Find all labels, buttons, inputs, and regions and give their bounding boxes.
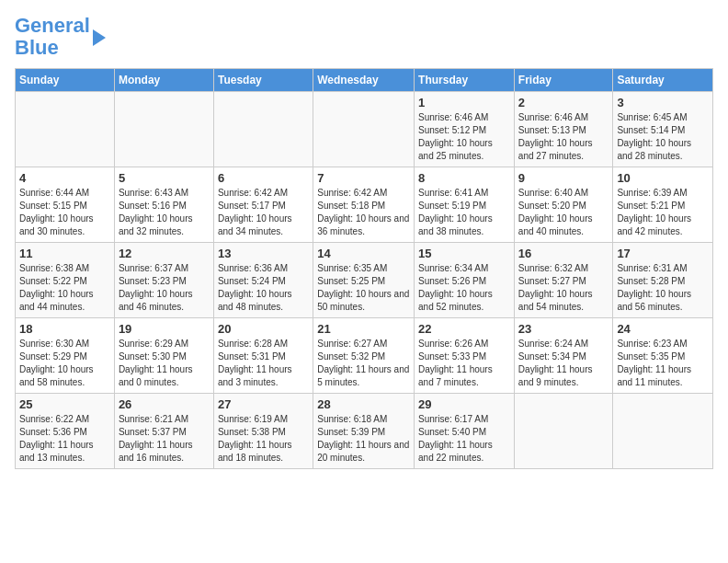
calendar-week-2: 11Sunrise: 6:38 AM Sunset: 5:22 PM Dayli… xyxy=(16,243,713,318)
day-info: Sunrise: 6:21 AM Sunset: 5:37 PM Dayligh… xyxy=(119,413,210,465)
day-info: Sunrise: 6:35 AM Sunset: 5:25 PM Dayligh… xyxy=(317,262,410,314)
calendar-cell: 11Sunrise: 6:38 AM Sunset: 5:22 PM Dayli… xyxy=(16,243,115,318)
day-info: Sunrise: 6:43 AM Sunset: 5:16 PM Dayligh… xyxy=(119,187,210,238)
day-number: 23 xyxy=(518,322,609,336)
weekday-header-row: SundayMondayTuesdayWednesdayThursdayFrid… xyxy=(16,69,713,92)
calendar-table: SundayMondayTuesdayWednesdayThursdayFrid… xyxy=(15,68,713,469)
day-info: Sunrise: 6:34 AM Sunset: 5:26 PM Dayligh… xyxy=(418,262,510,314)
day-info: Sunrise: 6:45 AM Sunset: 5:14 PM Dayligh… xyxy=(617,111,709,163)
calendar-cell: 7Sunrise: 6:42 AM Sunset: 5:18 PM Daylig… xyxy=(313,167,415,243)
day-info: Sunrise: 6:19 AM Sunset: 5:38 PM Dayligh… xyxy=(218,413,309,465)
day-number: 3 xyxy=(617,96,709,109)
day-info: Sunrise: 6:39 AM Sunset: 5:21 PM Dayligh… xyxy=(617,187,709,238)
day-number: 10 xyxy=(617,171,709,185)
page-header: General Blue xyxy=(15,15,713,59)
day-number: 13 xyxy=(218,247,309,260)
day-info: Sunrise: 6:26 AM Sunset: 5:33 PM Dayligh… xyxy=(418,338,510,389)
day-number: 16 xyxy=(518,247,609,260)
day-info: Sunrise: 6:23 AM Sunset: 5:35 PM Dayligh… xyxy=(617,338,709,389)
day-info: Sunrise: 6:40 AM Sunset: 5:20 PM Dayligh… xyxy=(518,187,609,238)
calendar-cell: 20Sunrise: 6:28 AM Sunset: 5:31 PM Dayli… xyxy=(213,318,313,394)
day-info: Sunrise: 6:28 AM Sunset: 5:31 PM Dayligh… xyxy=(218,338,309,389)
calendar-cell: 4Sunrise: 6:44 AM Sunset: 5:15 PM Daylig… xyxy=(16,167,115,243)
day-number: 1 xyxy=(418,96,510,109)
day-info: Sunrise: 6:24 AM Sunset: 5:34 PM Dayligh… xyxy=(518,338,609,389)
calendar-cell: 6Sunrise: 6:42 AM Sunset: 5:17 PM Daylig… xyxy=(213,167,313,243)
calendar-cell: 26Sunrise: 6:21 AM Sunset: 5:37 PM Dayli… xyxy=(114,394,213,469)
calendar-cell: 3Sunrise: 6:45 AM Sunset: 5:14 PM Daylig… xyxy=(613,92,713,167)
calendar-cell: 22Sunrise: 6:26 AM Sunset: 5:33 PM Dayli… xyxy=(415,318,515,394)
day-number: 14 xyxy=(317,247,410,260)
calendar-cell: 25Sunrise: 6:22 AM Sunset: 5:36 PM Dayli… xyxy=(16,394,115,469)
calendar-cell: 18Sunrise: 6:30 AM Sunset: 5:29 PM Dayli… xyxy=(16,318,115,394)
day-info: Sunrise: 6:38 AM Sunset: 5:22 PM Dayligh… xyxy=(19,262,110,314)
day-info: Sunrise: 6:41 AM Sunset: 5:19 PM Dayligh… xyxy=(418,187,510,238)
calendar-body: 1Sunrise: 6:46 AM Sunset: 5:12 PM Daylig… xyxy=(16,92,713,469)
day-number: 11 xyxy=(19,247,110,260)
calendar-cell: 16Sunrise: 6:32 AM Sunset: 5:27 PM Dayli… xyxy=(514,243,613,318)
day-info: Sunrise: 6:18 AM Sunset: 5:39 PM Dayligh… xyxy=(317,413,410,465)
day-number: 9 xyxy=(518,171,609,185)
calendar-cell xyxy=(514,394,613,469)
day-number: 27 xyxy=(218,397,309,411)
day-number: 7 xyxy=(317,171,410,185)
day-number: 28 xyxy=(317,397,410,411)
calendar-cell: 12Sunrise: 6:37 AM Sunset: 5:23 PM Dayli… xyxy=(114,243,213,318)
calendar-cell: 21Sunrise: 6:27 AM Sunset: 5:32 PM Dayli… xyxy=(313,318,415,394)
day-number: 12 xyxy=(119,247,210,260)
day-number: 21 xyxy=(317,322,410,336)
day-number: 18 xyxy=(19,322,110,336)
calendar-cell: 27Sunrise: 6:19 AM Sunset: 5:38 PM Dayli… xyxy=(213,394,313,469)
calendar-cell: 1Sunrise: 6:46 AM Sunset: 5:12 PM Daylig… xyxy=(415,92,515,167)
calendar-cell xyxy=(114,92,213,167)
calendar-cell xyxy=(613,394,713,469)
day-number: 17 xyxy=(617,247,709,260)
day-number: 2 xyxy=(518,96,609,109)
calendar-cell xyxy=(213,92,313,167)
logo: General Blue xyxy=(15,15,106,59)
calendar-cell: 23Sunrise: 6:24 AM Sunset: 5:34 PM Dayli… xyxy=(514,318,613,394)
weekday-header-saturday: Saturday xyxy=(613,69,713,92)
calendar-cell: 8Sunrise: 6:41 AM Sunset: 5:19 PM Daylig… xyxy=(415,167,515,243)
day-number: 22 xyxy=(418,322,510,336)
day-number: 20 xyxy=(218,322,309,336)
day-info: Sunrise: 6:30 AM Sunset: 5:29 PM Dayligh… xyxy=(19,338,110,389)
calendar-week-1: 4Sunrise: 6:44 AM Sunset: 5:15 PM Daylig… xyxy=(16,167,713,243)
weekday-header-sunday: Sunday xyxy=(16,69,115,92)
day-info: Sunrise: 6:32 AM Sunset: 5:27 PM Dayligh… xyxy=(518,262,609,314)
weekday-header-wednesday: Wednesday xyxy=(313,69,415,92)
day-number: 25 xyxy=(19,397,110,411)
day-info: Sunrise: 6:42 AM Sunset: 5:18 PM Dayligh… xyxy=(317,187,410,238)
day-number: 26 xyxy=(119,397,210,411)
day-info: Sunrise: 6:22 AM Sunset: 5:36 PM Dayligh… xyxy=(19,413,110,465)
day-number: 4 xyxy=(19,171,110,185)
day-info: Sunrise: 6:44 AM Sunset: 5:15 PM Dayligh… xyxy=(19,187,110,238)
calendar-cell: 19Sunrise: 6:29 AM Sunset: 5:30 PM Dayli… xyxy=(114,318,213,394)
day-number: 8 xyxy=(418,171,510,185)
calendar-cell: 28Sunrise: 6:18 AM Sunset: 5:39 PM Dayli… xyxy=(313,394,415,469)
calendar-cell: 24Sunrise: 6:23 AM Sunset: 5:35 PM Dayli… xyxy=(613,318,713,394)
day-info: Sunrise: 6:17 AM Sunset: 5:40 PM Dayligh… xyxy=(418,413,510,465)
day-number: 6 xyxy=(218,171,309,185)
day-number: 5 xyxy=(119,171,210,185)
calendar-cell: 14Sunrise: 6:35 AM Sunset: 5:25 PM Dayli… xyxy=(313,243,415,318)
day-info: Sunrise: 6:42 AM Sunset: 5:17 PM Dayligh… xyxy=(218,187,309,238)
calendar-cell: 29Sunrise: 6:17 AM Sunset: 5:40 PM Dayli… xyxy=(415,394,515,469)
calendar-cell: 2Sunrise: 6:46 AM Sunset: 5:13 PM Daylig… xyxy=(514,92,613,167)
day-info: Sunrise: 6:36 AM Sunset: 5:24 PM Dayligh… xyxy=(218,262,309,314)
weekday-header-thursday: Thursday xyxy=(415,69,515,92)
day-number: 19 xyxy=(119,322,210,336)
day-number: 24 xyxy=(617,322,709,336)
calendar-cell xyxy=(313,92,415,167)
calendar-cell: 13Sunrise: 6:36 AM Sunset: 5:24 PM Dayli… xyxy=(213,243,313,318)
day-info: Sunrise: 6:31 AM Sunset: 5:28 PM Dayligh… xyxy=(617,262,709,314)
calendar-cell: 9Sunrise: 6:40 AM Sunset: 5:20 PM Daylig… xyxy=(514,167,613,243)
logo-arrow-icon xyxy=(93,29,106,46)
day-info: Sunrise: 6:37 AM Sunset: 5:23 PM Dayligh… xyxy=(119,262,210,314)
calendar-cell: 10Sunrise: 6:39 AM Sunset: 5:21 PM Dayli… xyxy=(613,167,713,243)
weekday-header-monday: Monday xyxy=(114,69,213,92)
day-info: Sunrise: 6:29 AM Sunset: 5:30 PM Dayligh… xyxy=(119,338,210,389)
weekday-header-friday: Friday xyxy=(514,69,613,92)
calendar-week-4: 25Sunrise: 6:22 AM Sunset: 5:36 PM Dayli… xyxy=(16,394,713,469)
day-info: Sunrise: 6:46 AM Sunset: 5:13 PM Dayligh… xyxy=(518,111,609,163)
